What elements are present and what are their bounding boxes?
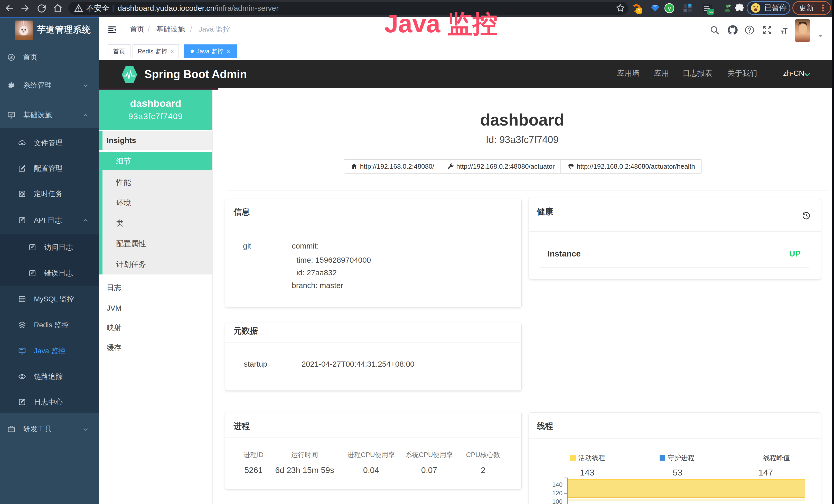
svg-text:y: y — [668, 5, 671, 11]
svg-text:on: on — [709, 10, 713, 14]
svg-text:1: 1 — [638, 8, 640, 13]
